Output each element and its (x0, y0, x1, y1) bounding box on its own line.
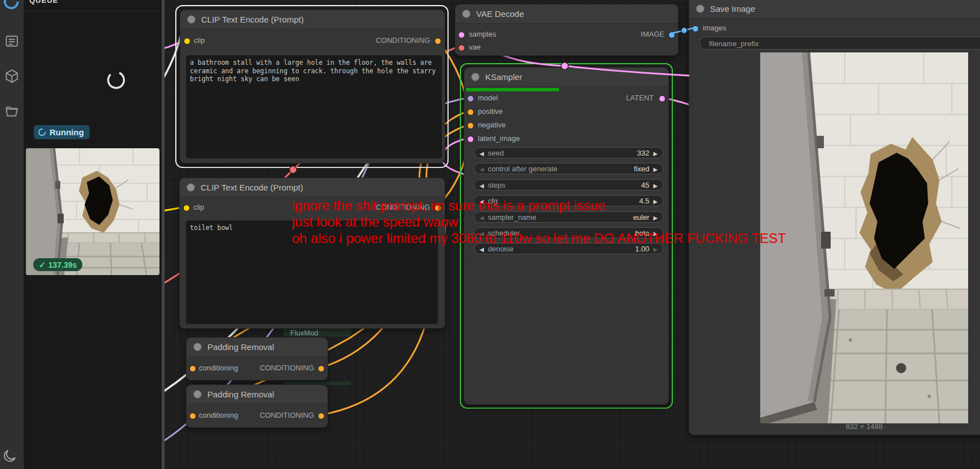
input-label: clip (193, 202, 205, 213)
node-header[interactable]: KSampler (464, 68, 668, 87)
prompt-textarea[interactable]: a bathroom stall with a large hole in th… (186, 55, 442, 158)
widget-value: 332 (637, 149, 650, 157)
scheduler-widget[interactable]: scheduler beta (474, 227, 663, 238)
input-label: model (478, 93, 498, 103)
clip-text-encode-node-1[interactable]: CLIP Text Encode (Prompt) clip CONDITION… (180, 10, 445, 163)
control-after-generate-widget[interactable]: control after generate fixed (474, 163, 663, 174)
save-image-node[interactable]: Save Image images filename_prefix (689, 0, 980, 435)
decrement-arrow-icon[interactable] (480, 197, 484, 205)
node-title: Padding Removal (207, 390, 274, 399)
collapse-dot-icon[interactable] (187, 183, 195, 192)
comfy-logo-icon[interactable] (2, 0, 21, 11)
node-title: CLIP Text Encode (Prompt) (201, 15, 304, 24)
input-label: clip (194, 36, 205, 46)
node-title: KSampler (485, 72, 522, 82)
check-icon (39, 260, 46, 270)
workflows-folder-icon[interactable] (5, 105, 19, 120)
node-header[interactable]: Padding Removal (187, 385, 327, 404)
widget-value: fixed (634, 165, 649, 173)
negative-input-port[interactable] (467, 122, 474, 129)
filename-prefix-widget[interactable]: filename_prefix (699, 37, 980, 50)
theme-moon-icon[interactable] (2, 449, 17, 463)
conditioning-output-port[interactable] (318, 413, 325, 419)
ksampler-node[interactable]: KSampler model positive negative latent_… (464, 67, 669, 405)
steps-widget[interactable]: steps 45 (474, 179, 663, 191)
input-label: latent_image (478, 134, 520, 144)
widget-value: euler (633, 213, 649, 222)
collapse-dot-icon[interactable] (193, 343, 202, 351)
decrement-arrow-icon[interactable] (480, 229, 484, 237)
collapse-dot-icon[interactable] (462, 10, 471, 18)
model-input-port[interactable] (467, 95, 474, 102)
decrement-arrow-icon[interactable] (480, 245, 484, 253)
widget-value: 4.5 (639, 197, 649, 205)
output-label: CONDITIONING (376, 202, 430, 213)
clip-text-encode-node-2[interactable]: CLIP Text Encode (Prompt) clip CONDITION… (179, 178, 445, 329)
node-header[interactable]: Save Image (689, 0, 980, 19)
seed-widget[interactable]: seed 332 (474, 147, 663, 158)
collapse-dot-icon[interactable] (193, 390, 202, 399)
running-label: Running (50, 127, 84, 137)
image-dimensions-label: 832 × 1488 (760, 422, 968, 431)
sampler-name-widget[interactable]: sampler_name euler (474, 211, 663, 223)
vae-input-port[interactable] (458, 45, 465, 51)
input-label: conditioning (199, 363, 238, 373)
models-icon[interactable] (5, 69, 19, 83)
widget-label: filename_prefix (709, 39, 759, 48)
output-label: LATENT (626, 93, 654, 103)
denoise-widget[interactable]: denoise 1.00 (474, 243, 663, 254)
samples-input-port[interactable] (458, 32, 465, 38)
vae-decode-node[interactable]: VAE Decode samples vae IMAGE (455, 4, 679, 56)
image-output-port[interactable] (668, 32, 675, 38)
collapse-dot-icon[interactable] (696, 5, 704, 13)
output-label: CONDITIONING (260, 410, 314, 421)
latent-output-port[interactable] (659, 95, 666, 102)
clip-input-port[interactable] (183, 205, 190, 211)
collapse-dot-icon[interactable] (471, 73, 480, 81)
increment-arrow-icon[interactable] (653, 213, 658, 222)
padding-removal-node-2[interactable]: Padding Removal conditioning CONDITIONIN… (186, 384, 328, 428)
decrement-arrow-icon[interactable] (480, 181, 484, 189)
collapse-dot-icon[interactable] (187, 15, 196, 24)
widget-value: beta (635, 229, 649, 237)
logs-icon[interactable] (5, 34, 19, 48)
increment-arrow-icon[interactable] (653, 197, 658, 205)
increment-arrow-icon[interactable] (653, 181, 658, 189)
latent-image-input-port[interactable] (467, 136, 474, 143)
conditioning-input-port[interactable] (189, 365, 196, 372)
elapsed-time-badge: 137.39s (33, 258, 82, 271)
input-label: images (703, 23, 726, 33)
input-label: negative (478, 120, 505, 130)
decrement-arrow-icon[interactable] (480, 213, 484, 222)
positive-input-port[interactable] (467, 109, 474, 116)
conditioning-input-port[interactable] (189, 413, 196, 419)
input-label: positive (478, 107, 503, 117)
increment-arrow-icon[interactable] (653, 149, 658, 157)
cfg-widget[interactable]: cfg 4.5 (474, 195, 663, 206)
input-label: vae (469, 42, 481, 52)
sampling-progress-bar (466, 88, 559, 91)
decrement-arrow-icon[interactable] (480, 149, 484, 157)
node-header[interactable]: CLIP Text Encode (Prompt) (180, 178, 445, 197)
node-header[interactable]: CLIP Text Encode (Prompt) (180, 10, 445, 29)
increment-arrow-icon[interactable] (653, 245, 658, 253)
increment-arrow-icon[interactable] (653, 229, 658, 237)
conditioning-output-port[interactable] (434, 205, 441, 211)
output-label: CONDITIONING (376, 36, 430, 46)
decrement-arrow-icon[interactable] (480, 165, 484, 173)
queue-thumbnail[interactable] (26, 148, 159, 275)
generated-image-preview[interactable] (760, 52, 968, 423)
conditioning-output-port[interactable] (434, 38, 441, 45)
queue-thumbnail-image (26, 148, 159, 275)
images-input-port[interactable] (692, 25, 699, 32)
clip-input-port[interactable] (184, 38, 190, 45)
output-label: IMAGE (641, 29, 664, 39)
increment-arrow-icon[interactable] (653, 165, 658, 173)
node-header[interactable]: Padding Removal (187, 338, 327, 357)
widget-value: 1.00 (635, 245, 649, 253)
node-header[interactable]: VAE Decode (455, 5, 678, 24)
padding-removal-node-1[interactable]: Padding Removal conditioning CONDITIONIN… (186, 337, 328, 380)
queue-panel: QUEUE Running (24, 0, 165, 469)
prompt-textarea[interactable]: toilet bowl (186, 220, 438, 324)
conditioning-output-port[interactable] (318, 365, 325, 372)
